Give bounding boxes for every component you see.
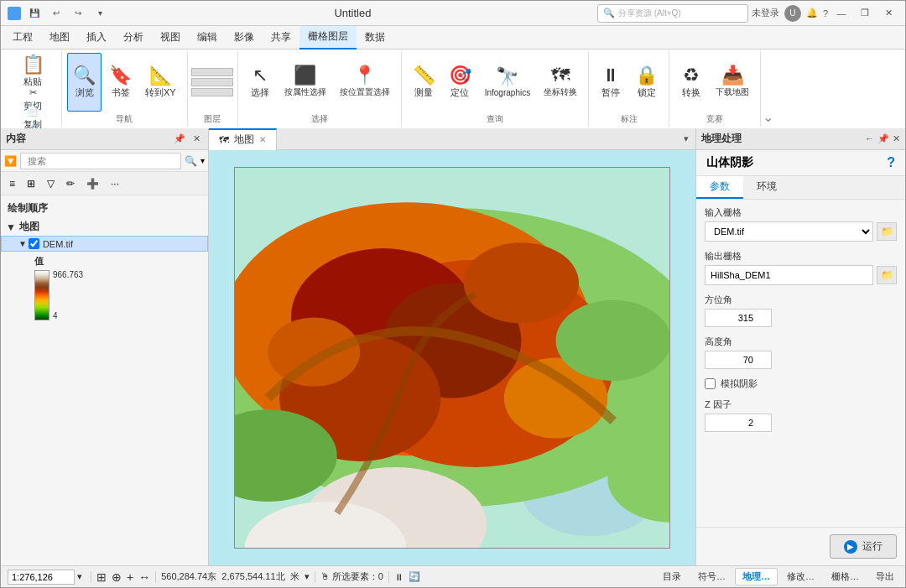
menu-map[interactable]: 地图: [41, 26, 78, 49]
menu-raster-layer[interactable]: 栅格图层: [299, 26, 357, 49]
panel-pin-btn[interactable]: 📌: [171, 133, 188, 145]
convert-button[interactable]: ♻ 转换: [674, 53, 708, 112]
nav-icon2[interactable]: ⊕: [112, 570, 122, 584]
refresh-btn[interactable]: 🔄: [409, 571, 420, 582]
geo-tab-env[interactable]: 环境: [743, 176, 790, 199]
filter-layer-btn[interactable]: ▽: [42, 175, 60, 192]
search-input[interactable]: [24, 154, 177, 169]
list-view-btn[interactable]: ≡: [4, 175, 20, 192]
map-group[interactable]: ▼ 地图: [1, 218, 208, 236]
unit-dropdown[interactable]: ▾: [305, 571, 310, 582]
statusbar-tab-modify[interactable]: 修改…: [779, 568, 822, 585]
nav-icon1[interactable]: ⊞: [96, 570, 107, 584]
statusbar-tab-symbol[interactable]: 符号…: [690, 568, 733, 585]
statusbar-tab-catalog[interactable]: 目录: [655, 568, 689, 585]
tool-help-icon[interactable]: ?: [887, 155, 895, 170]
map-tab[interactable]: 🗺 地图 ✕: [209, 128, 277, 150]
paste-button[interactable]: 📋 粘贴: [9, 53, 56, 91]
run-button[interactable]: ▶ 运行: [830, 534, 897, 559]
menu-share[interactable]: 共享: [263, 26, 299, 49]
bookmark-label: 书签: [112, 86, 130, 99]
geo-tab-params[interactable]: 参数: [696, 176, 743, 199]
table-view-btn[interactable]: ⊞: [22, 175, 40, 192]
goto-xy-button[interactable]: 📐 转到XY: [139, 53, 182, 112]
locate-button[interactable]: 🎯 定位: [443, 53, 477, 112]
ribbon-group-select: ↖ 选择 ⬛ 按属性选择 📍 按位置置选择 选择: [238, 51, 402, 127]
azimuth-input[interactable]: [705, 309, 772, 327]
scale-dropdown[interactable]: ▾: [77, 571, 82, 582]
qat-undo[interactable]: ↩: [48, 5, 65, 22]
menu-imagery[interactable]: 影像: [226, 26, 263, 49]
pause-progress-btn[interactable]: ⏸: [394, 572, 404, 582]
z-factor-input[interactable]: [705, 414, 772, 432]
menu-project[interactable]: 工程: [4, 26, 41, 49]
dem-layer-item[interactable]: ▼ DEM.tif: [1, 236, 208, 252]
statusbar-tab-geo[interactable]: 地理…: [735, 568, 778, 585]
browse-button[interactable]: 🔍 浏览: [67, 53, 102, 112]
select-button[interactable]: ↖ 选择: [243, 53, 277, 112]
menu-edit[interactable]: 编辑: [189, 26, 226, 49]
filter-icon[interactable]: 🔽: [4, 155, 17, 167]
panel-close-btn[interactable]: ✕: [190, 133, 203, 145]
layer-checkbox[interactable]: [29, 238, 39, 249]
geo-panel-back[interactable]: ←: [865, 133, 874, 144]
menu-insert[interactable]: 插入: [78, 26, 115, 49]
qat-redo[interactable]: ↪: [70, 5, 86, 22]
coord-label: 坐标转换: [544, 86, 577, 98]
measure-button[interactable]: 📏 测量: [407, 53, 441, 112]
input-raster-label: 输入栅格: [705, 206, 897, 219]
coordinates-text: 560,284.74东 2,675,544.11北: [161, 570, 284, 583]
lock-button[interactable]: 🔒 锁定: [629, 53, 664, 112]
select-by-attr-button[interactable]: ⬛ 按属性选择: [279, 53, 332, 112]
nav-icon4[interactable]: ↔: [138, 570, 150, 584]
model-shadows-checkbox[interactable]: [705, 378, 716, 389]
app-title: Untitled: [108, 7, 597, 19]
edit-layer-btn[interactable]: ✏: [61, 175, 80, 192]
coord-transform-button[interactable]: 🗺 坐标转换: [538, 53, 583, 112]
menu-view[interactable]: 视图: [152, 26, 189, 49]
help-icon[interactable]: ?: [823, 8, 828, 18]
pause-button[interactable]: ⏸ 暂停: [594, 53, 627, 112]
azimuth-label: 方位角: [705, 294, 897, 306]
infographics-button[interactable]: 🔭 Infographics: [479, 53, 536, 112]
geo-panel-pin[interactable]: 📌: [877, 133, 889, 144]
minimize-button[interactable]: —: [831, 6, 851, 21]
menu-data[interactable]: 数据: [357, 26, 393, 49]
select-loc-label: 按位置置选择: [340, 86, 390, 98]
close-button[interactable]: ✕: [878, 6, 898, 21]
panel-search-box[interactable]: [20, 153, 181, 169]
nav-icon3[interactable]: +: [127, 570, 133, 584]
geo-tabs: 参数 环境: [696, 176, 905, 200]
output-raster-label: 输出栅格: [705, 250, 897, 263]
search-options-icon[interactable]: ▾: [200, 156, 205, 165]
input-raster-select[interactable]: DEM.tif: [705, 221, 873, 242]
input-raster-browse[interactable]: 📁: [877, 222, 897, 241]
scale-input[interactable]: [8, 570, 75, 585]
legend-max: 966.763: [53, 270, 83, 279]
qat-more[interactable]: ▾: [91, 5, 108, 22]
maximize-button[interactable]: ❐: [855, 6, 875, 21]
select-by-loc-button[interactable]: 📍 按位置置选择: [334, 53, 396, 112]
output-raster-browse[interactable]: 📁: [877, 266, 897, 284]
more-btn[interactable]: ···: [106, 175, 124, 192]
geo-panel-close[interactable]: ✕: [893, 133, 900, 144]
map-dropdown-btn[interactable]: ▾: [677, 133, 695, 144]
download-map-button[interactable]: 📥 下载地图: [710, 53, 755, 112]
statusbar-tab-export[interactable]: 导出: [868, 568, 902, 585]
statusbar-tab-raster[interactable]: 栅格…: [824, 568, 867, 585]
altitude-input[interactable]: [705, 351, 772, 369]
notification-icon[interactable]: 🔔: [806, 8, 818, 18]
input-raster-row: DEM.tif 📁: [705, 221, 897, 242]
username[interactable]: 未登录: [752, 7, 779, 19]
global-search[interactable]: 🔍 分享资源 (Alt+Q): [597, 4, 748, 23]
qat-save[interactable]: 💾: [26, 5, 43, 22]
map-canvas[interactable]: [209, 150, 695, 565]
user-avatar[interactable]: U: [784, 5, 801, 22]
map-tab-close[interactable]: ✕: [259, 135, 266, 144]
ribbon-expand[interactable]: ⌄: [761, 109, 775, 125]
add-layer-btn[interactable]: ➕: [81, 175, 104, 192]
output-raster-input[interactable]: [705, 265, 873, 285]
menu-analysis[interactable]: 分析: [115, 26, 152, 49]
contents-panel: 内容 📌 ✕ 🔽 🔍 ▾ ≡ ⊞ ▽ ✏ ➕: [1, 128, 209, 565]
bookmark-button[interactable]: 🔖 书签: [103, 53, 138, 112]
